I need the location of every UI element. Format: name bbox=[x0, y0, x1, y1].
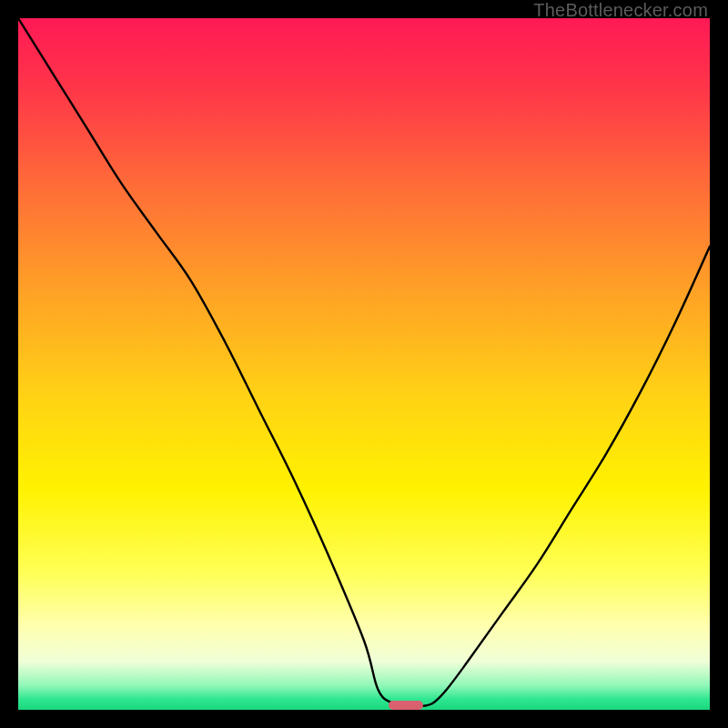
bottleneck-curve bbox=[18, 18, 710, 710]
optimal-marker bbox=[389, 701, 423, 710]
plot-area bbox=[18, 18, 710, 710]
chart-frame: TheBottlenecker.com bbox=[0, 0, 728, 728]
watermark-text: TheBottlenecker.com bbox=[533, 0, 708, 21]
